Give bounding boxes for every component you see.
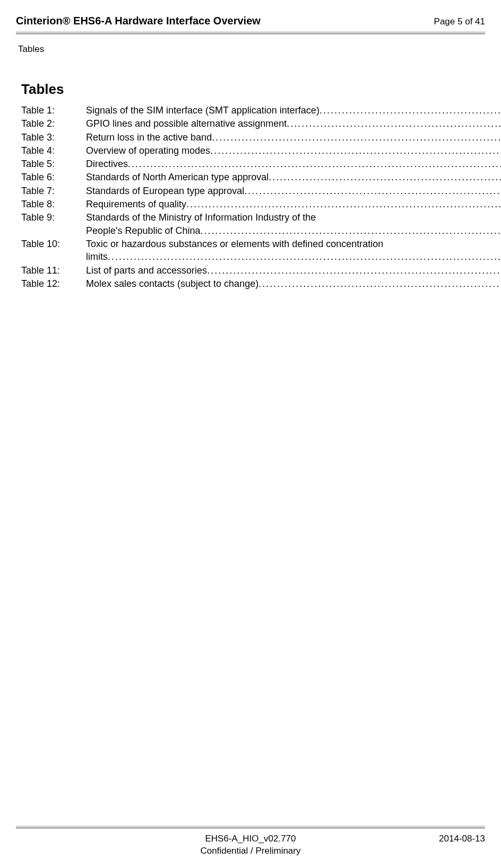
- toc-entry-label: Table 3:: [21, 131, 86, 144]
- toc-entry-dots-line: Overview of operating modes 23: [86, 144, 501, 157]
- toc-entry-description: Overview of operating modes 23: [86, 144, 501, 157]
- breadcrumb: Tables: [0, 34, 501, 55]
- content-area: Tables Table 1:Signals of the SIM interf…: [0, 55, 501, 290]
- toc-entry-label: Table 12:: [21, 277, 86, 290]
- footer-confidentiality: Confidential / Preliminary: [16, 845, 485, 857]
- toc-entry-description: Molex sales contacts (subject to change)…: [86, 277, 501, 290]
- footer-date: 2014-08-13: [329, 833, 485, 845]
- toc-leader-dots: [207, 264, 501, 277]
- toc-entry-dots-line: Standards of North American type approva…: [86, 171, 501, 183]
- toc-entry-text: Overview of operating modes: [86, 144, 210, 157]
- toc-entry-label: Table 8:: [21, 198, 86, 211]
- toc-entry: Table 8:Requirements of quality 28: [21, 198, 485, 211]
- toc-entry: Table 12:Molex sales contacts (subject t…: [21, 277, 485, 290]
- toc-entry-text: GPIO lines and possible alternative assi…: [86, 117, 287, 130]
- toc-entry-text: Directives: [86, 157, 128, 170]
- toc-entry-text: List of parts and accessories: [86, 264, 207, 277]
- footer-divider: [16, 826, 485, 829]
- toc-entry-dots-line: Standards of European type approval 27: [86, 185, 501, 197]
- toc-entry: Table 10:Toxic or hazardous substances o…: [21, 238, 485, 264]
- toc-entry-description: Directives 27: [86, 157, 501, 170]
- toc-entry: Table 4:Overview of operating modes 23: [21, 144, 485, 157]
- toc-entry-label: Table 4:: [21, 144, 86, 157]
- toc-leader-dots: [201, 224, 501, 237]
- toc-leader-dots: [186, 198, 501, 211]
- toc-entry-text: Standards of European type approval: [86, 185, 244, 197]
- toc-entry: Table 7:Standards of European type appro…: [21, 185, 485, 197]
- toc-entry-dots-line: Return loss in the active band 19: [86, 131, 501, 144]
- toc-entry-dots-line: limits 29: [86, 250, 501, 263]
- toc-entry: Table 11:List of parts and accessories 3…: [21, 264, 485, 277]
- footer-left-spacer: [16, 833, 172, 845]
- toc-entry-text: Requirements of quality: [86, 198, 186, 211]
- page-footer: EHS6-A_HIO_v02.770 2014-08-13 Confidenti…: [16, 833, 485, 857]
- toc-entry-description: Requirements of quality 28: [86, 198, 501, 211]
- toc-entry-dots-line: Requirements of quality 28: [86, 198, 501, 211]
- page-header: Cinterion® EHS6-A Hardware Interface Ove…: [0, 0, 501, 31]
- toc-entry-label: Table 1:: [21, 104, 86, 117]
- document-title: Cinterion® EHS6-A Hardware Interface Ove…: [16, 15, 261, 27]
- toc-entry-dots-line: People's Republic of China 28: [86, 224, 501, 237]
- toc-leader-dots: [128, 157, 501, 170]
- toc-entry-dots-line: List of parts and accessories 38: [86, 264, 501, 277]
- toc-leader-dots: [212, 131, 501, 144]
- toc-entry-description: Standards of European type approval 27: [86, 185, 501, 197]
- toc-entry-label: Table 5:: [21, 157, 86, 170]
- toc-entry-dots-line: GPIO lines and possible alternative assi…: [86, 117, 501, 130]
- toc-entry-dots-line: Molex sales contacts (subject to change)…: [86, 277, 501, 290]
- toc-entry-label: Table 7:: [21, 185, 86, 197]
- footer-doc-id: EHS6-A_HIO_v02.770: [172, 833, 329, 845]
- toc-entry-text-line1: Toxic or hazardous substances or element…: [86, 238, 501, 250]
- toc-entry-description: Return loss in the active band 19: [86, 131, 501, 144]
- toc-entry: Table 2:GPIO lines and possible alternat…: [21, 117, 485, 130]
- toc-entry-label: Table 6:: [21, 171, 86, 183]
- footer-row: EHS6-A_HIO_v02.770 2014-08-13: [16, 833, 485, 845]
- toc-entry-dots-line: Directives 27: [86, 157, 501, 170]
- toc-entry-label: Table 2:: [21, 117, 86, 130]
- toc-entry-text: Signals of the SIM interface (SMT applic…: [86, 104, 319, 117]
- toc-leader-dots: [258, 277, 501, 290]
- toc-entry: Table 9:Standards of the Ministry of Inf…: [21, 211, 485, 237]
- section-title: Tables: [21, 81, 485, 98]
- toc-entry: Table 6:Standards of North American type…: [21, 171, 485, 183]
- toc-entry-text-line1: Standards of the Ministry of Information…: [86, 211, 501, 224]
- toc-entry-label: Table 10:: [21, 238, 86, 264]
- toc-entry: Table 5:Directives 27: [21, 157, 485, 170]
- toc-entry-description: Standards of North American type approva…: [86, 171, 501, 183]
- toc-entry-text: Return loss in the active band: [86, 131, 212, 144]
- toc-entry-text-line2: People's Republic of China: [86, 224, 201, 237]
- toc-entry-text: Molex sales contacts (subject to change): [86, 277, 258, 290]
- toc-entry-label: Table 9:: [21, 211, 86, 237]
- toc-entry: Table 1:Signals of the SIM interface (SM…: [21, 104, 485, 117]
- toc-entry-label: Table 11:: [21, 264, 86, 277]
- toc-entries: Table 1:Signals of the SIM interface (SM…: [21, 104, 485, 290]
- page-indicator: Page 5 of 41: [434, 16, 485, 27]
- toc-leader-dots: [287, 117, 501, 130]
- toc-entry-text-line2: limits: [86, 250, 108, 263]
- toc-entry-description: Signals of the SIM interface (SMT applic…: [86, 104, 501, 117]
- toc-leader-dots: [319, 104, 501, 117]
- toc-leader-dots: [269, 171, 501, 183]
- toc-entry-text: Standards of North American type approva…: [86, 171, 269, 183]
- toc-leader-dots: [244, 185, 501, 197]
- toc-entry: Table 3:Return loss in the active band 1…: [21, 131, 485, 144]
- toc-leader-dots: [108, 250, 501, 263]
- toc-entry-description: Standards of the Ministry of Information…: [86, 211, 501, 237]
- toc-entry-description: List of parts and accessories 38: [86, 264, 501, 277]
- toc-leader-dots: [210, 144, 501, 157]
- toc-entry-description: GPIO lines and possible alternative assi…: [86, 117, 501, 130]
- toc-entry-description: Toxic or hazardous substances or element…: [86, 238, 501, 264]
- toc-entry-dots-line: Signals of the SIM interface (SMT applic…: [86, 104, 501, 117]
